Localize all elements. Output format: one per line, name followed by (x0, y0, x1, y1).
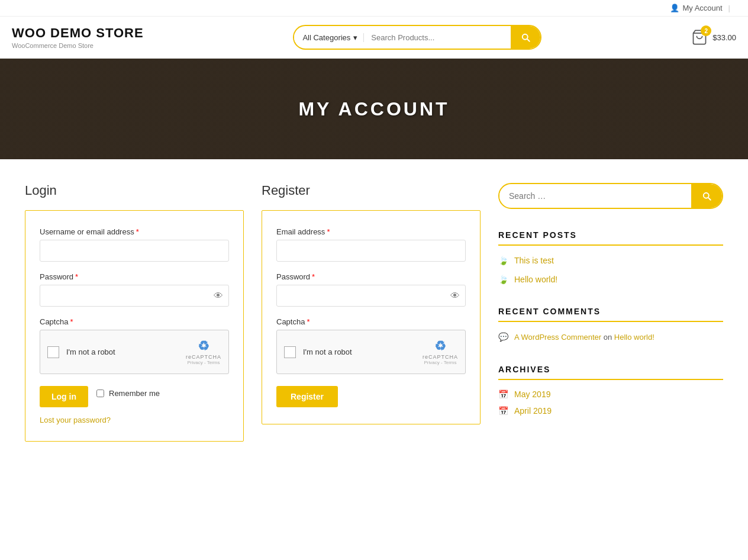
archives-section: ARCHIVES 📅 May 2019 📅 April 2019 (498, 365, 723, 416)
register-recaptcha-logo: ♻ (423, 339, 458, 354)
archive-link[interactable]: April 2019 (514, 406, 552, 416)
comment-target-link[interactable]: Hello world! (614, 333, 654, 342)
search-input[interactable] (364, 33, 511, 42)
login-password-input[interactable] (40, 285, 229, 307)
register-button[interactable]: Register (276, 386, 338, 407)
register-password-input[interactable] (276, 285, 466, 307)
logo-subtitle: WooCommerce Demo Store (12, 42, 144, 49)
username-label: Username or email address* (40, 227, 229, 236)
login-captcha-box[interactable]: I'm not a robot ♻ reCAPTCHA Privacy - Te… (40, 330, 229, 374)
sidebar-search-bar (498, 183, 723, 209)
register-form-box: Email address* Password* 👁 Captcha* I'm (262, 210, 481, 424)
register-captcha-label: Captcha* (276, 317, 466, 326)
register-email-input[interactable] (276, 240, 466, 262)
required-star: * (312, 272, 315, 281)
login-button[interactable]: Log in (40, 386, 88, 407)
archives-title: ARCHIVES (498, 365, 723, 380)
register-captcha-box[interactable]: I'm not a robot ♻ reCAPTCHA Privacy - Te… (276, 330, 466, 374)
sidebar-search-input[interactable] (499, 191, 691, 201)
lost-password-link[interactable]: Lost your password? (40, 416, 229, 424)
remember-label-text: Remember me (109, 389, 160, 398)
sidebar-search-button[interactable] (691, 184, 722, 208)
calendar-icon: 📅 (498, 390, 508, 399)
comment-on-text: on (604, 333, 614, 342)
cart-badge: 2 (701, 25, 711, 36)
register-captcha-branding: ♻ reCAPTCHA Privacy - Terms (423, 339, 458, 365)
calendar-icon: 📅 (498, 406, 508, 416)
top-bar-divider: | (728, 4, 730, 12)
register-captcha-text: I'm not a robot (303, 347, 352, 356)
archive-link[interactable]: May 2019 (514, 390, 550, 399)
register-password-label: Password* (276, 272, 466, 281)
archive-item: 📅 May 2019 (498, 390, 723, 399)
search-icon (520, 32, 531, 43)
comment-icon: 💬 (498, 332, 508, 342)
username-input[interactable] (40, 240, 229, 262)
hero-banner: MY ACCOUNT (0, 59, 748, 159)
required-star: * (75, 272, 78, 281)
toggle-password-icon[interactable]: 👁 (214, 291, 223, 301)
recent-posts-section: RECENT POSTS 🍃 This is test 🍃 Hello worl… (498, 230, 723, 285)
register-recaptcha-links: Privacy - Terms (423, 360, 458, 365)
hero-title: MY ACCOUNT (298, 98, 449, 120)
captcha-text: I'm not a robot (66, 347, 115, 356)
search-button[interactable] (511, 26, 540, 49)
search-category-label: All Categories (302, 33, 350, 42)
toggle-register-password-icon[interactable]: 👁 (450, 291, 460, 301)
comment-item: 💬 A WordPress Commenter on Hello world! (498, 332, 723, 343)
post-item: 🍃 This is test (498, 255, 723, 267)
archive-item: 📅 April 2019 (498, 406, 723, 416)
cart-area[interactable]: 2 $33.00 (691, 29, 736, 46)
comment-author-link[interactable]: A WordPress Commenter (514, 333, 601, 342)
post-link[interactable]: Hello world! (514, 274, 557, 286)
recent-comments-title: RECENT COMMENTS (498, 307, 723, 322)
comment-text: A WordPress Commenter on Hello world! (514, 332, 654, 343)
required-star: * (70, 317, 73, 326)
recent-posts-title: RECENT POSTS (498, 230, 723, 246)
account-label: My Account (682, 4, 722, 12)
post-item: 🍃 Hello world! (498, 274, 723, 286)
recaptcha-links: Privacy - Terms (186, 360, 221, 365)
email-label: Email address* (276, 227, 466, 236)
register-recaptcha-brand: reCAPTCHA (423, 354, 458, 360)
account-icon: 👤 (670, 4, 679, 12)
recaptcha-logo: ♻ (186, 339, 221, 354)
required-star: * (307, 317, 309, 326)
captcha-label: Captcha* (40, 317, 229, 326)
login-form-box: Username or email address* Password* 👁 C… (25, 210, 244, 442)
password-wrap: 👁 (40, 285, 229, 307)
header-search-bar: All Categories ▾ (293, 25, 541, 50)
login-section: Login Username or email address* Passwor… (25, 183, 244, 442)
main-content: Login Username or email address* Passwor… (13, 159, 735, 477)
login-row: Log in Remember me (40, 386, 229, 407)
leaf-icon: 🍃 (498, 275, 508, 284)
forms-area: Login Username or email address* Passwor… (25, 183, 481, 442)
recent-comments-section: RECENT COMMENTS 💬 A WordPress Commenter … (498, 307, 723, 343)
captcha-branding: ♻ reCAPTCHA Privacy - Terms (186, 339, 221, 365)
login-title: Login (25, 183, 244, 198)
remember-me-label[interactable]: Remember me (96, 389, 160, 398)
register-captcha-left: I'm not a robot (284, 346, 352, 358)
required-star: * (327, 227, 330, 236)
register-captcha-checkbox[interactable] (284, 346, 296, 358)
captcha-checkbox[interactable] (47, 346, 59, 358)
register-section: Register Email address* Password* 👁 Capt… (262, 183, 481, 442)
post-link[interactable]: This is test (514, 255, 554, 267)
site-header: WOO DEMO STORE WooCommerce Demo Store Al… (0, 17, 748, 59)
site-logo: WOO DEMO STORE WooCommerce Demo Store (12, 25, 144, 49)
chevron-down-icon: ▾ (353, 33, 357, 42)
required-star: * (136, 227, 139, 236)
cart-icon-wrap[interactable]: 2 (691, 29, 708, 46)
my-account-link[interactable]: 👤 My Account (670, 4, 722, 12)
captcha-left: I'm not a robot (47, 346, 115, 358)
logo-title: WOO DEMO STORE (12, 25, 144, 41)
cart-price: $33.00 (712, 33, 736, 42)
remember-me-checkbox[interactable] (96, 390, 104, 397)
password-label: Password* (40, 272, 229, 281)
leaf-icon: 🍃 (498, 256, 508, 265)
register-title: Register (262, 183, 481, 198)
search-category-dropdown[interactable]: All Categories ▾ (294, 33, 364, 42)
sidebar-search-icon (701, 191, 712, 201)
sidebar: RECENT POSTS 🍃 This is test 🍃 Hello worl… (498, 183, 723, 442)
register-password-wrap: 👁 (276, 285, 466, 307)
